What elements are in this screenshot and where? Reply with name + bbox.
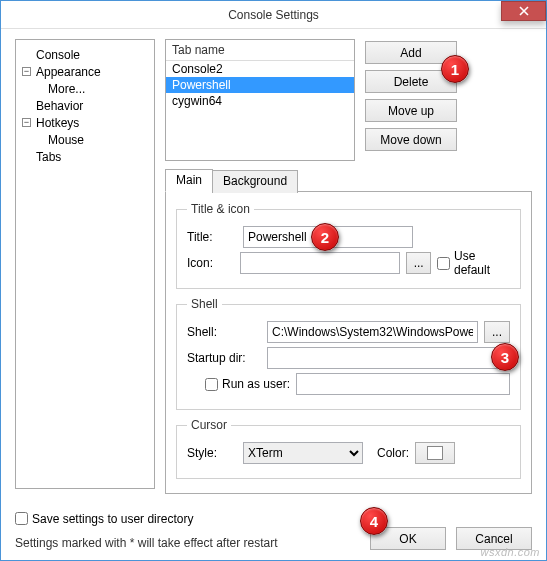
save-settings-checkbox[interactable]: Save settings to user directory — [15, 512, 193, 526]
callout-4: 4 — [360, 507, 388, 535]
callout-1: 1 — [441, 55, 469, 83]
tree-item-appearance[interactable]: −Appearance — [18, 63, 152, 80]
move-up-button[interactable]: Move up — [365, 99, 457, 122]
dialog-footer: Save settings to user directory Settings… — [15, 504, 532, 551]
tree-item-console[interactable]: Console — [18, 46, 152, 63]
cancel-button[interactable]: Cancel — [456, 527, 532, 550]
tree-item-tabs[interactable]: Tabs — [18, 148, 152, 165]
callout-3: 3 — [491, 343, 519, 371]
tab-list-header: Tab name — [166, 40, 354, 60]
tab-main[interactable]: Main — [165, 169, 213, 192]
tab-name-list[interactable]: Tab name Console2 Powershell cygwin64 — [165, 39, 355, 161]
tree-item-behavior[interactable]: Behavior — [18, 97, 152, 114]
cursor-style-label: Style: — [187, 446, 237, 460]
shell-label: Shell: — [187, 325, 261, 339]
title-bar: Console Settings — [1, 1, 546, 29]
title-label: Title: — [187, 230, 237, 244]
group-cursor: Cursor Style: XTerm Color: — [176, 418, 521, 479]
run-as-user-checkbox[interactable]: Run as user: — [205, 377, 290, 391]
shell-browse-button[interactable]: ... — [484, 321, 510, 343]
cursor-style-select[interactable]: XTerm — [243, 442, 363, 464]
tree-item-more[interactable]: More... — [18, 80, 152, 97]
icon-label: Icon: — [187, 256, 234, 270]
move-down-button[interactable]: Move down — [365, 128, 457, 151]
collapse-icon[interactable]: − — [22, 118, 31, 127]
startup-dir-input[interactable] — [267, 347, 510, 369]
list-item[interactable]: cygwin64 — [166, 93, 354, 109]
window: Console Settings Console −Appearance Mor… — [0, 0, 547, 561]
tree-item-hotkeys[interactable]: −Hotkeys — [18, 114, 152, 131]
group-legend: Title & icon — [187, 202, 254, 216]
collapse-icon[interactable]: − — [22, 67, 31, 76]
cursor-color-label: Color: — [377, 446, 409, 460]
window-title: Console Settings — [228, 8, 319, 22]
run-as-user-check[interactable] — [205, 378, 218, 391]
save-settings-check[interactable] — [15, 512, 28, 525]
group-shell: Shell Shell: ... Startup dir: — [176, 297, 521, 410]
startup-dir-label: Startup dir: — [187, 351, 261, 365]
use-default-check[interactable] — [437, 257, 450, 270]
tab-background[interactable]: Background — [212, 170, 298, 193]
use-default-checkbox[interactable]: Use default — [437, 249, 510, 277]
shell-input[interactable] — [267, 321, 478, 343]
list-item[interactable]: Console2 — [166, 61, 354, 77]
run-as-user-input[interactable] — [296, 373, 510, 395]
close-button[interactable] — [501, 1, 546, 21]
close-icon — [519, 6, 529, 16]
tab-panel-main: Title & icon Title: Icon: ... — [165, 191, 532, 494]
group-legend: Cursor — [187, 418, 231, 432]
color-preview — [427, 446, 443, 460]
group-title-icon: Title & icon Title: Icon: ... — [176, 202, 521, 289]
cursor-color-button[interactable] — [415, 442, 455, 464]
tab-control: Main Background Title & icon Title: Icon… — [165, 169, 532, 494]
nav-tree[interactable]: Console −Appearance More... Behavior −Ho… — [15, 39, 155, 489]
tree-item-mouse[interactable]: Mouse — [18, 131, 152, 148]
group-legend: Shell — [187, 297, 222, 311]
dialog-body: Console −Appearance More... Behavior −Ho… — [1, 29, 546, 560]
icon-browse-button[interactable]: ... — [406, 252, 431, 274]
list-item[interactable]: Powershell — [166, 77, 354, 93]
icon-input[interactable] — [240, 252, 400, 274]
callout-2: 2 — [311, 223, 339, 251]
